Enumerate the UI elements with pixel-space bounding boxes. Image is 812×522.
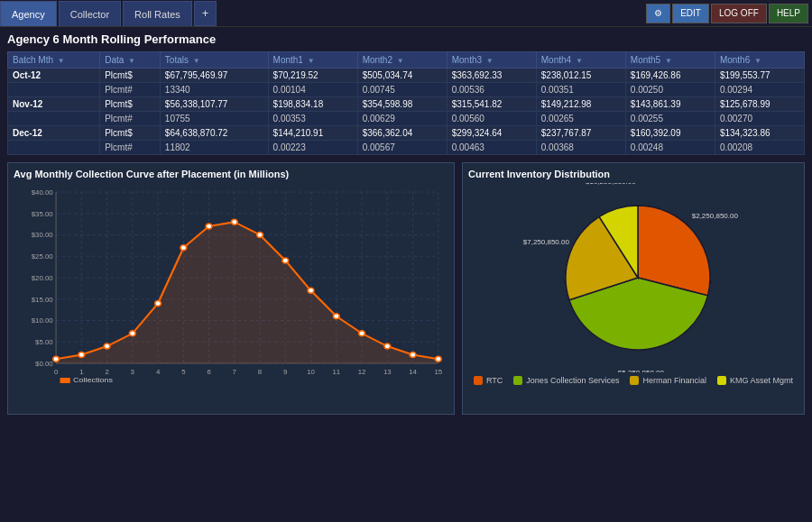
svg-text:14: 14 bbox=[409, 368, 417, 375]
legend-color bbox=[717, 376, 726, 385]
data-cell: 0.00223 bbox=[268, 141, 357, 155]
col-month5: Month5 ▼ bbox=[625, 52, 715, 69]
data-cell: $144,210.91 bbox=[268, 126, 357, 141]
pie-chart-title: Current Inventory Distribution bbox=[468, 169, 798, 179]
line-chart-panel: Avg Monthly Collection Curve after Place… bbox=[7, 162, 455, 415]
col-month1: Month1 ▼ bbox=[268, 52, 357, 69]
tab-roll-rates[interactable]: Roll Rates bbox=[123, 1, 192, 26]
data-label: Plcmt$ bbox=[100, 126, 161, 141]
table-row: Plcmt#133400.001040.007450.005360.003510… bbox=[8, 83, 805, 97]
batch-cell: Oct-12 bbox=[8, 69, 100, 83]
help-button[interactable]: HELP bbox=[769, 4, 808, 23]
svg-text:$20.00: $20.00 bbox=[32, 274, 53, 281]
batch-cell bbox=[8, 112, 100, 126]
data-cell: $125,678.99 bbox=[715, 97, 804, 112]
data-cell: $143,861.39 bbox=[625, 97, 715, 112]
data-cell: 0.00351 bbox=[536, 83, 625, 97]
col-month6: Month6 ▼ bbox=[715, 52, 804, 69]
data-cell: $149,212.98 bbox=[536, 97, 625, 112]
legend-color bbox=[630, 376, 639, 385]
pie-value-label: $2,250,850.00 bbox=[692, 212, 739, 220]
pie-value-label: $10,250,850.00 bbox=[586, 183, 636, 186]
table-body: Oct-12Plcmt$$67,795,469.97$70,219.52$505… bbox=[8, 69, 805, 155]
sort-icon-data: ▼ bbox=[128, 57, 135, 65]
sort-icon-batch: ▼ bbox=[58, 57, 65, 65]
data-cell: 0.00463 bbox=[447, 141, 536, 155]
pie-chart-panel: Current Inventory Distribution $2,250,85… bbox=[462, 162, 805, 415]
data-cell: 0.00745 bbox=[357, 83, 447, 97]
svg-text:10: 10 bbox=[307, 368, 315, 375]
data-cell: 13340 bbox=[160, 83, 268, 97]
data-cell: $160,392.09 bbox=[625, 126, 715, 141]
data-cell: $134,323.86 bbox=[715, 126, 804, 141]
data-cell: $198,834.18 bbox=[268, 97, 357, 112]
legend-item: Herman Financial bbox=[630, 376, 706, 385]
svg-point-54 bbox=[78, 353, 85, 358]
svg-point-64 bbox=[333, 314, 339, 319]
table-header-row: Batch Mth ▼ Data ▼ Totals ▼ Month1 ▼ Mon… bbox=[8, 52, 805, 69]
svg-point-53 bbox=[53, 356, 60, 362]
svg-text:$30.00: $30.00 bbox=[32, 232, 53, 239]
sort-icon-m4: ▼ bbox=[576, 57, 583, 65]
pie-value-label: $7,250,850.00 bbox=[523, 238, 570, 246]
chart-area: $40.00$35.00$30.00$25.00$20.00$15.00$10.… bbox=[14, 183, 448, 390]
svg-rect-69 bbox=[60, 378, 70, 383]
pie-container: $2,250,850.00$5,250,850.00$7,250,850.00$… bbox=[468, 183, 798, 390]
bottom-panels: Avg Monthly Collection Curve after Place… bbox=[7, 162, 805, 415]
tab-add[interactable]: + bbox=[194, 1, 217, 26]
pie-value-label: $5,250,850.00 bbox=[618, 369, 665, 372]
data-cell: $169,426.86 bbox=[625, 69, 715, 83]
data-cell: 0.00353 bbox=[268, 112, 357, 126]
svg-text:0: 0 bbox=[54, 368, 58, 375]
svg-point-55 bbox=[104, 343, 110, 349]
data-cell: 0.00567 bbox=[357, 141, 447, 155]
top-navigation: Agency Collector Roll Rates + ⚙ EDIT LOG… bbox=[0, 0, 812, 27]
data-cell: $199,553.77 bbox=[715, 69, 804, 83]
data-cell: 0.00536 bbox=[447, 83, 536, 97]
data-cell: $238,012.15 bbox=[536, 69, 625, 83]
svg-text:6: 6 bbox=[207, 368, 210, 375]
performance-section: Agency 6 Month Rolling Performance Batch… bbox=[7, 32, 805, 155]
svg-text:7: 7 bbox=[233, 368, 236, 375]
legend-item: KMG Asset Mgmt bbox=[717, 376, 793, 385]
tab-agency[interactable]: Agency bbox=[0, 1, 57, 26]
data-cell: 0.00294 bbox=[715, 83, 804, 97]
table-row: Nov-12Plcmt$$56,338,107.77$198,834.18$35… bbox=[8, 97, 805, 112]
performance-table: Batch Mth ▼ Data ▼ Totals ▼ Month1 ▼ Mon… bbox=[7, 51, 805, 155]
svg-text:$5.00: $5.00 bbox=[35, 339, 53, 346]
svg-point-65 bbox=[359, 331, 365, 336]
sort-icon-m1: ▼ bbox=[308, 57, 315, 65]
svg-point-60 bbox=[231, 219, 237, 224]
logout-button[interactable]: LOG OFF bbox=[711, 4, 767, 23]
data-cell: 0.00104 bbox=[268, 83, 357, 97]
data-cell: 10755 bbox=[160, 112, 268, 126]
data-label: Plcmt# bbox=[100, 141, 161, 155]
svg-text:$25.00: $25.00 bbox=[32, 253, 53, 261]
edit-button[interactable]: EDIT bbox=[672, 4, 709, 23]
svg-text:$35.00: $35.00 bbox=[32, 210, 53, 217]
sort-icon-m5: ▼ bbox=[665, 57, 672, 65]
legend-label: Jones Collection Services bbox=[526, 376, 619, 385]
svg-text:11: 11 bbox=[332, 368, 340, 375]
svg-text:8: 8 bbox=[258, 368, 262, 375]
svg-point-66 bbox=[384, 343, 391, 349]
svg-point-56 bbox=[129, 331, 135, 336]
svg-point-61 bbox=[257, 233, 263, 238]
tab-collector[interactable]: Collector bbox=[59, 1, 121, 26]
batch-cell: Nov-12 bbox=[8, 97, 100, 112]
table-row: Oct-12Plcmt$$67,795,469.97$70,219.52$505… bbox=[8, 69, 805, 83]
svg-point-57 bbox=[155, 301, 161, 307]
gear-button[interactable]: ⚙ bbox=[646, 4, 670, 23]
performance-title: Agency 6 Month Rolling Performance bbox=[7, 32, 805, 46]
legend-color bbox=[513, 376, 522, 385]
data-cell: 0.00560 bbox=[447, 112, 536, 126]
pie-svg: $2,250,850.00$5,250,850.00$7,250,850.00$… bbox=[480, 183, 787, 372]
table-row: Dec-12Plcmt$$64,638,870.72$144,210.91$36… bbox=[8, 126, 805, 141]
batch-cell bbox=[8, 141, 100, 155]
svg-point-67 bbox=[410, 353, 416, 358]
sort-icon-m2: ▼ bbox=[397, 57, 404, 65]
main-content: Agency 6 Month Rolling Performance Batch… bbox=[0, 27, 812, 420]
legend-label: RTC bbox=[486, 376, 503, 385]
svg-text:$0.00: $0.00 bbox=[35, 360, 53, 367]
data-cell: 0.00265 bbox=[536, 112, 625, 126]
